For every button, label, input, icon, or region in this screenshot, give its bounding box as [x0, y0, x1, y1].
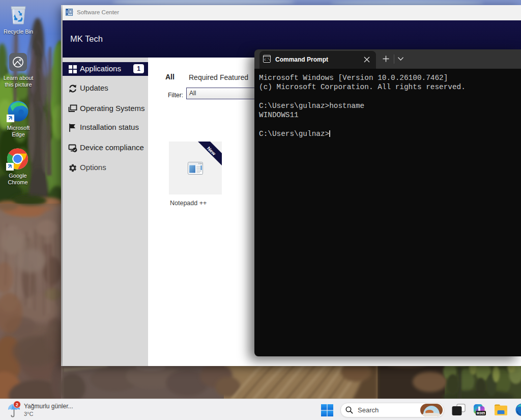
svg-text:c:\_: c:\_ [264, 58, 271, 62]
svg-text:2: 2 [16, 402, 18, 407]
